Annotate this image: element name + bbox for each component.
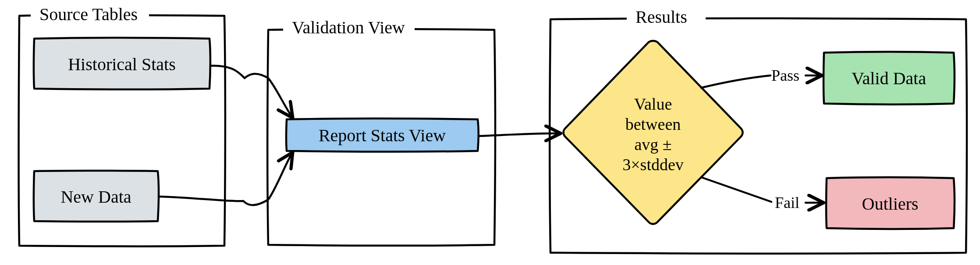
group-results: Results Value between avg ± 3×stddev Val…: [550, 6, 967, 254]
node-valid-data: Valid Data: [824, 52, 955, 104]
outliers-label: Outliers: [862, 194, 919, 214]
decision-line3: avg ±: [634, 135, 671, 154]
group-source-tables: Source Tables Historical Stats New Data: [18, 3, 225, 247]
node-report-stats-view: Report Stats View: [286, 118, 479, 152]
new-data-label: New Data: [60, 187, 131, 207]
valid-data-label: Valid Data: [852, 68, 926, 88]
historical-stats-label: Historical Stats: [68, 54, 176, 74]
report-stats-view-label: Report Stats View: [319, 125, 446, 145]
edge-pass-label: Pass: [771, 67, 799, 84]
edge-fail-label: Fail: [775, 194, 799, 211]
decision-line4: 3×stddev: [622, 155, 684, 174]
group-results-title: Results: [636, 7, 687, 27]
group-validation-view: Validation View Report Stats View: [267, 16, 495, 246]
node-historical-stats: Historical Stats: [34, 38, 210, 90]
decision-line2: between: [625, 115, 681, 133]
decision-line1: Value: [634, 95, 672, 113]
group-source-title: Source Tables: [39, 4, 138, 24]
node-new-data: New Data: [34, 171, 159, 222]
group-validation-title: Validation View: [292, 18, 405, 37]
node-outliers: Outliers: [826, 177, 955, 229]
